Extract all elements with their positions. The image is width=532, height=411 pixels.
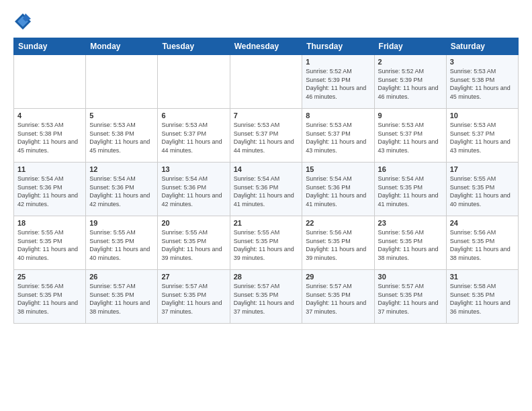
day-number: 2 bbox=[378, 58, 443, 66]
day-info: Sunrise: 5:55 AM Sunset: 5:35 PM Dayligh… bbox=[161, 228, 226, 262]
calendar-day-30: 30Sunrise: 5:57 AM Sunset: 5:35 PM Dayli… bbox=[374, 270, 446, 324]
calendar-week-row: 4Sunrise: 5:53 AM Sunset: 5:38 PM Daylig… bbox=[14, 109, 519, 163]
day-info: Sunrise: 5:57 AM Sunset: 5:35 PM Dayligh… bbox=[378, 282, 443, 316]
calendar-empty-cell bbox=[86, 55, 158, 109]
day-number: 7 bbox=[234, 111, 299, 120]
day-info: Sunrise: 5:57 AM Sunset: 5:35 PM Dayligh… bbox=[306, 282, 370, 316]
day-info: Sunrise: 5:56 AM Sunset: 5:35 PM Dayligh… bbox=[450, 228, 515, 262]
day-number: 17 bbox=[450, 165, 515, 173]
calendar-day-20: 20Sunrise: 5:55 AM Sunset: 5:35 PM Dayli… bbox=[158, 216, 230, 270]
day-info: Sunrise: 5:53 AM Sunset: 5:38 PM Dayligh… bbox=[17, 121, 82, 154]
calendar-day-22: 22Sunrise: 5:56 AM Sunset: 5:35 PM Dayli… bbox=[302, 216, 374, 270]
weekday-header-monday: Monday bbox=[86, 38, 158, 55]
day-number: 30 bbox=[378, 273, 443, 281]
day-info: Sunrise: 5:55 AM Sunset: 5:35 PM Dayligh… bbox=[89, 228, 154, 262]
calendar-empty-cell bbox=[230, 55, 302, 109]
calendar-week-row: 25Sunrise: 5:56 AM Sunset: 5:35 PM Dayli… bbox=[14, 270, 519, 324]
calendar-day-15: 15Sunrise: 5:54 AM Sunset: 5:36 PM Dayli… bbox=[302, 163, 374, 216]
day-number: 24 bbox=[450, 219, 515, 227]
header bbox=[13, 12, 519, 31]
calendar-table: SundayMondayTuesdayWednesdayThursdayFrid… bbox=[13, 38, 519, 324]
day-number: 23 bbox=[378, 219, 443, 227]
day-info: Sunrise: 5:53 AM Sunset: 5:37 PM Dayligh… bbox=[306, 121, 370, 154]
day-info: Sunrise: 5:54 AM Sunset: 5:36 PM Dayligh… bbox=[17, 175, 82, 208]
calendar-week-row: 18Sunrise: 5:55 AM Sunset: 5:35 PM Dayli… bbox=[14, 216, 519, 270]
calendar-day-10: 10Sunrise: 5:53 AM Sunset: 5:37 PM Dayli… bbox=[446, 109, 518, 163]
day-info: Sunrise: 5:58 AM Sunset: 5:35 PM Dayligh… bbox=[450, 282, 515, 316]
calendar-day-13: 13Sunrise: 5:54 AM Sunset: 5:36 PM Dayli… bbox=[158, 163, 230, 216]
calendar-day-11: 11Sunrise: 5:54 AM Sunset: 5:36 PM Dayli… bbox=[14, 163, 86, 216]
day-number: 8 bbox=[306, 111, 370, 120]
day-info: Sunrise: 5:57 AM Sunset: 5:35 PM Dayligh… bbox=[89, 282, 154, 316]
day-info: Sunrise: 5:57 AM Sunset: 5:35 PM Dayligh… bbox=[161, 282, 226, 316]
day-number: 22 bbox=[306, 219, 370, 227]
calendar-day-31: 31Sunrise: 5:58 AM Sunset: 5:35 PM Dayli… bbox=[446, 270, 518, 324]
day-number: 11 bbox=[17, 165, 82, 173]
day-info: Sunrise: 5:54 AM Sunset: 5:36 PM Dayligh… bbox=[306, 175, 370, 208]
day-number: 13 bbox=[161, 165, 226, 173]
calendar-day-18: 18Sunrise: 5:55 AM Sunset: 5:35 PM Dayli… bbox=[14, 216, 86, 270]
day-number: 27 bbox=[161, 273, 226, 281]
day-number: 14 bbox=[234, 165, 299, 173]
day-info: Sunrise: 5:53 AM Sunset: 5:38 PM Dayligh… bbox=[450, 67, 515, 101]
day-number: 21 bbox=[234, 219, 299, 227]
weekday-header-wednesday: Wednesday bbox=[230, 38, 302, 55]
weekday-header-saturday: Saturday bbox=[446, 38, 518, 55]
calendar-day-2: 2Sunrise: 5:52 AM Sunset: 5:39 PM Daylig… bbox=[374, 55, 446, 109]
day-info: Sunrise: 5:54 AM Sunset: 5:36 PM Dayligh… bbox=[234, 175, 299, 208]
day-number: 15 bbox=[306, 165, 370, 173]
calendar-day-12: 12Sunrise: 5:54 AM Sunset: 5:36 PM Dayli… bbox=[86, 163, 158, 216]
day-info: Sunrise: 5:55 AM Sunset: 5:35 PM Dayligh… bbox=[17, 228, 82, 262]
calendar-day-28: 28Sunrise: 5:57 AM Sunset: 5:35 PM Dayli… bbox=[230, 270, 302, 324]
calendar-day-4: 4Sunrise: 5:53 AM Sunset: 5:38 PM Daylig… bbox=[14, 109, 86, 163]
calendar-day-14: 14Sunrise: 5:54 AM Sunset: 5:36 PM Dayli… bbox=[230, 163, 302, 216]
day-number: 12 bbox=[89, 165, 154, 173]
day-number: 16 bbox=[378, 165, 443, 173]
calendar-week-row: 1Sunrise: 5:52 AM Sunset: 5:39 PM Daylig… bbox=[14, 55, 519, 109]
day-number: 4 bbox=[17, 111, 82, 120]
calendar-day-19: 19Sunrise: 5:55 AM Sunset: 5:35 PM Dayli… bbox=[86, 216, 158, 270]
calendar-day-16: 16Sunrise: 5:54 AM Sunset: 5:35 PM Dayli… bbox=[374, 163, 446, 216]
calendar-day-3: 3Sunrise: 5:53 AM Sunset: 5:38 PM Daylig… bbox=[446, 55, 518, 109]
calendar-day-27: 27Sunrise: 5:57 AM Sunset: 5:35 PM Dayli… bbox=[158, 270, 230, 324]
calendar-empty-cell bbox=[158, 55, 230, 109]
day-number: 9 bbox=[378, 111, 443, 120]
day-info: Sunrise: 5:56 AM Sunset: 5:35 PM Dayligh… bbox=[17, 282, 82, 316]
day-number: 3 bbox=[450, 58, 515, 66]
weekday-header-tuesday: Tuesday bbox=[158, 38, 230, 55]
day-number: 31 bbox=[450, 273, 515, 281]
calendar-day-17: 17Sunrise: 5:55 AM Sunset: 5:35 PM Dayli… bbox=[446, 163, 518, 216]
day-number: 29 bbox=[306, 273, 370, 281]
day-number: 5 bbox=[89, 111, 154, 120]
day-info: Sunrise: 5:53 AM Sunset: 5:37 PM Dayligh… bbox=[378, 121, 443, 154]
logo bbox=[13, 12, 35, 31]
day-number: 26 bbox=[89, 273, 154, 281]
calendar-header-row: SundayMondayTuesdayWednesdayThursdayFrid… bbox=[14, 38, 519, 55]
day-info: Sunrise: 5:53 AM Sunset: 5:37 PM Dayligh… bbox=[450, 121, 515, 154]
day-number: 20 bbox=[161, 219, 226, 227]
calendar-day-23: 23Sunrise: 5:56 AM Sunset: 5:35 PM Dayli… bbox=[374, 216, 446, 270]
day-info: Sunrise: 5:53 AM Sunset: 5:37 PM Dayligh… bbox=[234, 121, 299, 154]
weekday-header-friday: Friday bbox=[374, 38, 446, 55]
day-number: 28 bbox=[234, 273, 299, 281]
day-info: Sunrise: 5:56 AM Sunset: 5:35 PM Dayligh… bbox=[378, 228, 443, 262]
calendar-day-5: 5Sunrise: 5:53 AM Sunset: 5:38 PM Daylig… bbox=[86, 109, 158, 163]
calendar-day-24: 24Sunrise: 5:56 AM Sunset: 5:35 PM Dayli… bbox=[446, 216, 518, 270]
calendar-day-25: 25Sunrise: 5:56 AM Sunset: 5:35 PM Dayli… bbox=[14, 270, 86, 324]
calendar-day-29: 29Sunrise: 5:57 AM Sunset: 5:35 PM Dayli… bbox=[302, 270, 374, 324]
day-number: 25 bbox=[17, 273, 82, 281]
calendar-day-8: 8Sunrise: 5:53 AM Sunset: 5:37 PM Daylig… bbox=[302, 109, 374, 163]
day-info: Sunrise: 5:55 AM Sunset: 5:35 PM Dayligh… bbox=[234, 228, 299, 262]
calendar-week-row: 11Sunrise: 5:54 AM Sunset: 5:36 PM Dayli… bbox=[14, 163, 519, 216]
day-info: Sunrise: 5:57 AM Sunset: 5:35 PM Dayligh… bbox=[234, 282, 299, 316]
day-info: Sunrise: 5:52 AM Sunset: 5:39 PM Dayligh… bbox=[306, 67, 370, 101]
day-info: Sunrise: 5:54 AM Sunset: 5:36 PM Dayligh… bbox=[161, 175, 226, 208]
calendar-day-1: 1Sunrise: 5:52 AM Sunset: 5:39 PM Daylig… bbox=[302, 55, 374, 109]
day-number: 18 bbox=[17, 219, 82, 227]
calendar-day-21: 21Sunrise: 5:55 AM Sunset: 5:35 PM Dayli… bbox=[230, 216, 302, 270]
calendar-day-7: 7Sunrise: 5:53 AM Sunset: 5:37 PM Daylig… bbox=[230, 109, 302, 163]
day-number: 10 bbox=[450, 111, 515, 120]
day-number: 1 bbox=[306, 58, 370, 66]
calendar-day-6: 6Sunrise: 5:53 AM Sunset: 5:37 PM Daylig… bbox=[158, 109, 230, 163]
day-info: Sunrise: 5:56 AM Sunset: 5:35 PM Dayligh… bbox=[306, 228, 370, 262]
